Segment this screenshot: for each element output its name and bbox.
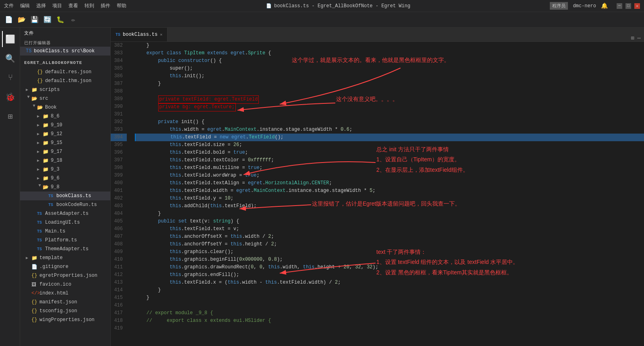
main-layout: ⬜ 🔍 ⑂ 🐞 ⊞ 文件 已打开编辑器 TS bookClass.ts src\… [0, 28, 644, 346]
sidebar-item-index[interactable]: </> index.html [20, 289, 110, 298]
maximize-button[interactable]: □ [625, 3, 631, 9]
sidebar-item-manifest[interactable]: {} manifest.json [20, 298, 110, 307]
project-section-title: EGRET_ALLBOOKOFNOTE [20, 58, 110, 68]
folder-icon: 📁 [43, 140, 49, 146]
sidebar-item-themeadapter[interactable]: TS ThemeAdapter.ts [20, 245, 110, 253]
sidebar-label: 9_15 [51, 140, 62, 146]
menu-view[interactable]: 查看 [68, 2, 78, 9]
code-line: this.graphics.drawRoundRect(0, 0, this.w… [135, 264, 644, 271]
code-line: this.textField.textAlign = egret.Horizon… [135, 179, 644, 187]
sidebar-label: scripts [39, 87, 60, 93]
sidebar-item-loadingui[interactable]: TS LoadingUI.ts [20, 218, 110, 227]
menu-select[interactable]: 选择 [36, 2, 46, 9]
sidebar-item-main[interactable]: TS Main.ts [20, 227, 110, 236]
sidebar-item-scripts[interactable]: ▶ 📁 scripts [20, 85, 110, 94]
tab-close-icon[interactable]: ✕ [160, 32, 162, 37]
sidebar-item-9-10[interactable]: ▶ 📁 9_10 [20, 121, 110, 130]
sidebar-item-9-6[interactable]: ▶ 📁 9_6 [20, 174, 110, 183]
code-line: } [135, 80, 644, 88]
code-line: export class TipItem extends egret.Sprit… [135, 49, 644, 57]
sidebar-label: 9_8 [51, 184, 60, 190]
explorer-button[interactable]: ⬜ [2, 31, 18, 47]
sidebar-item-default-thm[interactable]: {} default.thm.json [20, 76, 110, 85]
code-line: this.anchorOffsetY = this.height / 2; [135, 241, 644, 248]
code-line: this.textField.x = (this.width - this.te… [135, 279, 644, 286]
sidebar-item-9-12[interactable]: ▶ 📁 9_12 [20, 130, 110, 138]
refresh-button[interactable]: 🔄 [42, 14, 53, 25]
folder-icon: 📁 [43, 158, 49, 164]
menu-goto[interactable]: 转到 [85, 2, 94, 9]
line-numbers: 3823833843853863873883893903913923933943… [111, 42, 131, 346]
code-line: this.textField.bold = true; [135, 149, 644, 157]
close-button[interactable]: ✕ [634, 3, 640, 9]
folder-icon: 📁 [43, 175, 49, 181]
split-editor-button[interactable]: ⊞ [631, 35, 634, 41]
open-file-button[interactable]: 📂 [16, 14, 27, 25]
edit-button[interactable]: ✏️ [68, 14, 79, 25]
activity-bar: ⬜ 🔍 ⑂ 🐞 ⊞ [0, 28, 20, 346]
sidebar-item-9-3[interactable]: ▶ 📁 9_3 [20, 165, 110, 174]
sidebar-item-9-18[interactable]: ▶ 📁 9_18 [20, 156, 110, 165]
sidebar-item-favicon[interactable]: 🖼 favicon.ico [20, 280, 110, 289]
editor-tab-bookclass[interactable]: TS bookClass.ts ✕ [111, 28, 167, 41]
save-all-button[interactable]: 💾 [29, 14, 40, 25]
more-editor-button[interactable]: ⋯ [638, 35, 641, 41]
menu-file[interactable]: 文件 [4, 2, 14, 9]
code-line: public set text(v: string) { [135, 218, 644, 225]
sidebar-item-gitignore[interactable]: 📄 .gitignore [20, 262, 110, 271]
ts-icon: TS [37, 247, 43, 251]
code-line: this.textField.multiline = true; [135, 164, 644, 172]
sidebar-item-platform[interactable]: TS Platform.ts [20, 236, 110, 245]
sidebar-label: bookClass.ts [56, 193, 91, 199]
sidebar-label: 9_3 [51, 167, 60, 172]
editor-area: TS bookClass.ts ✕ ⊞ ⋯ 382383384385386387… [111, 28, 644, 346]
json-icon: {} [31, 308, 38, 314]
menu-project[interactable]: 项目 [52, 2, 62, 9]
code-line: this.textField.size = 26; [135, 141, 644, 149]
code-area[interactable]: } export class TipItem extends egret.Spr… [131, 42, 644, 346]
git-button[interactable]: ⑂ [2, 70, 18, 86]
arrow-icon: ▶ [37, 176, 43, 181]
sidebar-label: LoadingUI.ts [45, 220, 80, 225]
new-file-button[interactable]: 📄 [3, 14, 14, 25]
sidebar-item-assetadapter[interactable]: TS AssetAdapter.ts [20, 209, 110, 218]
extensions-button[interactable]: ⊞ [2, 108, 18, 124]
sidebar-label: 9_17 [51, 149, 62, 154]
sidebar-item-wingprops[interactable]: {} wingProperties.json [20, 315, 110, 324]
code-line: this.textField.textColor = 0xffffff; [135, 157, 644, 164]
sidebar-item-9-15[interactable]: ▶ 📁 9_15 [20, 138, 110, 147]
code-line: } [135, 42, 644, 49]
code-line [135, 88, 644, 95]
folder-icon: 📁 [43, 113, 49, 119]
notification-icon[interactable]: 🔔 [601, 2, 608, 9]
code-line: private bg: egret.Texture; [135, 103, 644, 111]
menu-plugins[interactable]: 插件 [101, 2, 110, 9]
open-file-item[interactable]: TS bookClass.ts src\Book [20, 47, 110, 56]
code-line: this.textField.width = egret.MainContext… [135, 187, 644, 195]
code-line: this.width = egret.MainContext.instance.… [135, 126, 644, 134]
menu-edit[interactable]: 编辑 [20, 2, 30, 9]
folder-icon: 📁 [43, 167, 49, 173]
sidebar-item-default-res[interactable]: {} default.res.json [20, 68, 110, 76]
sidebar-item-bookclass[interactable]: TS bookClass.ts [20, 192, 110, 200]
arrow-icon: ▶ [37, 140, 43, 145]
sidebar-item-egretprops[interactable]: {} egretProperties.json [20, 271, 110, 280]
sidebar-item-bookcoderun[interactable]: TS bookCodeRun.ts [20, 200, 110, 209]
code-line: this.textField.wordWrap = true; [135, 172, 644, 179]
sidebar-item-tsconfig[interactable]: {} tsconfig.json [20, 307, 110, 315]
debug-side-button[interactable]: 🐞 [2, 89, 18, 105]
sidebar-item-9-17[interactable]: ▶ 📁 9_17 [20, 147, 110, 156]
search-button[interactable]: 🔍 [2, 50, 18, 66]
sidebar-item-9-8[interactable]: ▶ 📂 9_8 [20, 183, 110, 192]
sidebar-item-template[interactable]: ▶ 📁 template [20, 253, 110, 262]
sidebar-item-8-6[interactable]: ▶ 📁 8_6 [20, 112, 110, 121]
titlebar: 文件 编辑 选择 项目 查看 转到 插件 帮助 📄 bookClass.ts -… [0, 0, 644, 12]
menu-bar[interactable]: 文件 编辑 选择 项目 查看 转到 插件 帮助 [4, 2, 126, 9]
sidebar-item-src[interactable]: ▶ 📂 src [20, 94, 110, 103]
sidebar-item-book[interactable]: ▶ 📂 Book [20, 103, 110, 112]
debug-button[interactable]: 🐛 [55, 14, 66, 25]
editor-content[interactable]: 3823833843853863873883893903913923933943… [111, 42, 644, 346]
profile-label[interactable]: 程序员 [550, 2, 568, 10]
menu-help[interactable]: 帮助 [117, 2, 126, 9]
minimize-button[interactable]: ─ [617, 3, 622, 9]
